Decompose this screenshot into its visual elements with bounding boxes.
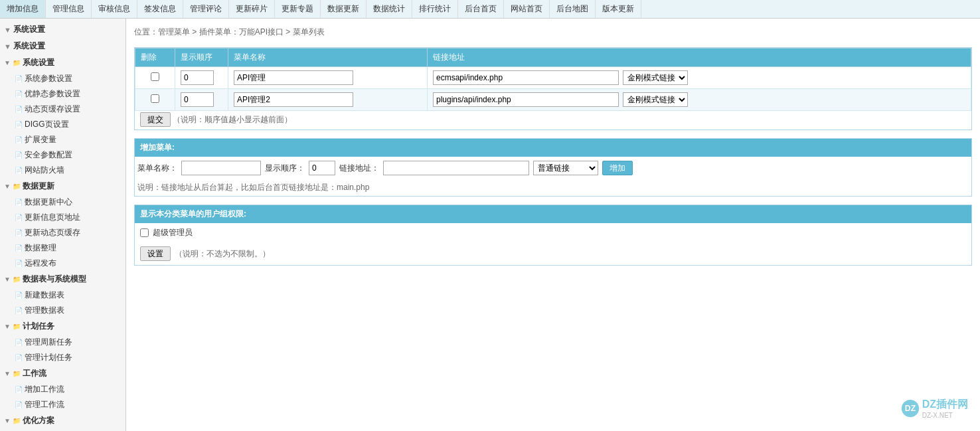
sidebar-item-3-0[interactable]: 📄 管理周新任务: [0, 335, 125, 350]
sidebar-item-2-0[interactable]: 📄 新建数据表: [0, 288, 125, 303]
sidebar-item-1-0[interactable]: 📄 数据更新中心: [0, 195, 125, 210]
topnav-item[interactable]: 版本更新: [596, 0, 641, 18]
sidebar-item-1-4[interactable]: 📄 远程发布: [0, 256, 125, 271]
sidebar-item-0-1[interactable]: 📄 优静态参数设置: [0, 86, 125, 102]
link-input[interactable]: [383, 161, 529, 175]
sidebar-group-3: ▼ 📁 计划任务📄 管理周新任务📄 管理计划任务: [0, 318, 125, 365]
row-link-type-select-1[interactable]: 金刚模式链接普通链接绝对链接: [623, 92, 688, 107]
row-link-input-1[interactable]: [433, 92, 619, 107]
breadcrumb: 位置：管理菜单 > 插件菜单：万能API接口 > 菜单列表: [134, 24, 972, 41]
topnav-item[interactable]: 网站首页: [504, 0, 550, 18]
row-order-input-1[interactable]: [181, 92, 214, 107]
sidebar-root-title: ▼ 系统设置: [0, 21, 125, 38]
add-section: 增加菜单: 菜单名称： 显示顺序： 链接地址： 普通链接金刚模式链接绝对链接 增…: [134, 138, 972, 197]
row-name-input-1[interactable]: [234, 92, 353, 107]
sidebar-item-0-4[interactable]: 📄 扩展变量: [0, 132, 125, 147]
sidebar-item-1-1[interactable]: 📄 更新信息页地址: [0, 210, 125, 225]
sidebar-item-2-1[interactable]: 📄 管理数据表: [0, 303, 125, 318]
row-name-input-0[interactable]: [234, 70, 353, 85]
row-delete-checkbox-0[interactable]: [151, 72, 159, 81]
topnav-item[interactable]: 更新专题: [275, 0, 321, 18]
perm-section: 显示本分类菜单的用户组权限: 超级管理员 设置 （说明：不选为不限制。）: [134, 205, 972, 266]
main-content: 位置：管理菜单 > 插件菜单：万能API接口 > 菜单列表 删除显示顺序菜单名称…: [126, 19, 980, 431]
sidebar-system-root: ▼ 系统设置: [0, 38, 125, 54]
super-admin-checkbox[interactable]: [140, 228, 149, 237]
top-nav: 增加信息管理信息审核信息签发信息管理评论更新碎片更新专题数据更新数据统计排行统计…: [0, 0, 980, 19]
add-section-header: 增加菜单:: [135, 139, 971, 157]
add-hint-text: 说明：链接地址从后台算起，比如后台首页链接地址是：main.php: [135, 179, 971, 196]
topnav-item[interactable]: 排行统计: [412, 0, 458, 18]
menu-table: 删除显示顺序菜单名称链接地址 金刚模式链接普通链接绝对链接金刚模式链接普通链接绝…: [135, 48, 971, 111]
sidebar-group-1: ▼ 📁 数据更新📄 数据更新中心📄 更新信息页地址📄 更新动态页缓存📄 数据整理…: [0, 178, 125, 271]
sidebar: ▼ 系统设置 ▼ 系统设置▼ 📁 系统设置📄 系统参数设置📄 优静态参数设置📄 …: [0, 19, 126, 431]
row-link-type-select-0[interactable]: 金刚模式链接普通链接绝对链接: [623, 70, 688, 85]
sidebar-item-0-0[interactable]: 📄 系统参数设置: [0, 71, 125, 86]
watermark-text-block: DZ插件网 DZ-X.NET: [922, 398, 968, 419]
col-header-0: 删除: [135, 48, 175, 67]
super-admin-label: 超级管理员: [153, 227, 193, 238]
svg-text:DZ: DZ: [905, 404, 916, 413]
sidebar-group-title-5: ▼ 📁 优化方案: [0, 412, 125, 429]
sidebar-group-title-2: ▼ 📁 数据表与系统模型: [0, 271, 125, 288]
table-row: 金刚模式链接普通链接绝对链接: [135, 67, 971, 89]
sidebar-group-4: ▼ 📁 工作流📄 增加工作流📄 管理工作流: [0, 365, 125, 412]
name-label: 菜单名称：: [137, 163, 177, 174]
sidebar-item-0-5[interactable]: 📄 安全参数配置: [0, 147, 125, 163]
link-label: 链接地址：: [339, 163, 379, 174]
watermark-main-text: DZ插件网: [922, 398, 968, 410]
topnav-item[interactable]: 管理信息: [46, 0, 92, 18]
sidebar-item-1-3[interactable]: 📄 数据整理: [0, 240, 125, 256]
sidebar-item-4-1[interactable]: 📄 管理工作流: [0, 397, 125, 412]
topnav-item[interactable]: 数据更新: [321, 0, 367, 18]
topnav-item[interactable]: 增加信息: [0, 0, 46, 18]
sidebar-item-0-2[interactable]: 📄 动态页缓存设置: [0, 102, 125, 117]
set-btn[interactable]: 设置: [140, 246, 171, 261]
row-order-input-0[interactable]: [181, 70, 214, 85]
topnav-item[interactable]: 后台地图: [550, 0, 596, 18]
watermark-sub-text: DZ-X.NET: [922, 412, 968, 419]
row-link-input-0[interactable]: [433, 70, 619, 85]
sidebar-group-2: ▼ 📁 数据表与系统模型📄 新建数据表📄 管理数据表: [0, 271, 125, 318]
perm-section-header: 显示本分类菜单的用户组权限:: [135, 205, 971, 223]
topnav-item[interactable]: 更新碎片: [229, 0, 275, 18]
topnav-item[interactable]: 管理评论: [183, 0, 229, 18]
sidebar-item-1-2[interactable]: 📄 更新动态页缓存: [0, 225, 125, 240]
sidebar-group-title-3: ▼ 📁 计划任务: [0, 318, 125, 335]
layout: ▼ 系统设置 ▼ 系统设置▼ 📁 系统设置📄 系统参数设置📄 优静态参数设置📄 …: [0, 19, 980, 431]
link-type-select[interactable]: 普通链接金刚模式链接绝对链接: [533, 161, 598, 175]
col-header-1: 显示顺序: [175, 48, 228, 67]
sidebar-item-4-0[interactable]: 📄 增加工作流: [0, 382, 125, 397]
add-btn[interactable]: 增加: [602, 161, 633, 175]
sidebar-group-title-4: ▼ 📁 工作流: [0, 365, 125, 382]
sidebar-group-title-0: ▼ 📁 系统设置: [0, 54, 125, 71]
sidebar-item-0-3[interactable]: 📄 DIGG页设置: [0, 117, 125, 132]
folder-icon: ▼: [4, 26, 11, 34]
perm-set-row: 设置 （说明：不选为不限制。）: [135, 242, 971, 265]
col-header-2: 菜单名称: [228, 48, 428, 67]
topnav-item[interactable]: 审核信息: [92, 0, 137, 18]
table-row: 金刚模式链接普通链接绝对链接: [135, 89, 971, 111]
topnav-item[interactable]: 签发信息: [137, 0, 183, 18]
watermark: DZ DZ插件网 DZ-X.NET: [901, 398, 968, 419]
watermark-logo-icon: DZ: [901, 399, 920, 418]
order-input[interactable]: [309, 161, 335, 175]
topnav-item[interactable]: 后台首页: [458, 0, 504, 18]
row-delete-checkbox-1[interactable]: [151, 94, 159, 103]
list-section: 删除显示顺序菜单名称链接地址 金刚模式链接普通链接绝对链接金刚模式链接普通链接绝…: [134, 47, 972, 130]
order-label: 显示顺序：: [265, 163, 305, 174]
col-header-3: 链接地址: [428, 48, 971, 67]
sidebar-group-5: ▼ 📁 优化方案📄 管理优化方案: [0, 412, 125, 431]
sidebar-item-0-6[interactable]: 📄 网站防火墙: [0, 163, 125, 178]
table-hint: （说明：顺序值越小显示越前面）: [135, 111, 971, 129]
perm-hint: （说明：不选为不限制。）: [175, 248, 270, 260]
table-header-row: 删除显示顺序菜单名称链接地址: [135, 48, 971, 67]
add-menu-form-row: 菜单名称： 显示顺序： 链接地址： 普通链接金刚模式链接绝对链接 增加: [135, 157, 971, 179]
sidebar-group-title-1: ▼ 📁 数据更新: [0, 178, 125, 195]
sidebar-toggle[interactable]: [125, 213, 126, 239]
sidebar-group-0: ▼ 📁 系统设置📄 系统参数设置📄 优静态参数设置📄 动态页缓存设置📄 DIGG…: [0, 54, 125, 178]
submit-btn[interactable]: [140, 112, 171, 127]
topnav-item[interactable]: 数据统计: [367, 0, 412, 18]
name-input[interactable]: [181, 161, 261, 175]
table-hint-text: （说明：顺序值越小显示越前面）: [173, 115, 292, 124]
sidebar-item-3-1[interactable]: 📄 管理计划任务: [0, 350, 125, 365]
